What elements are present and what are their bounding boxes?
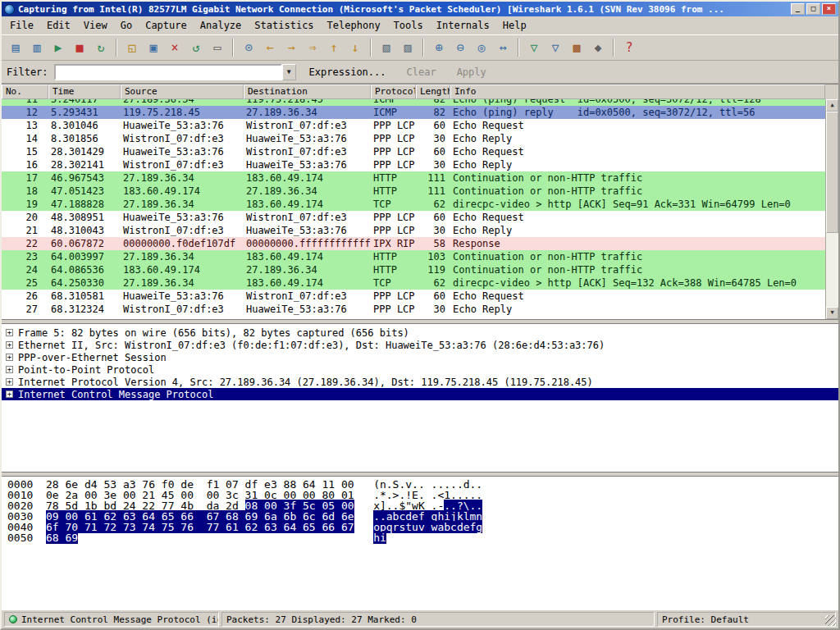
column-header-info[interactable]: Info — [450, 84, 825, 99]
capture-stop-button[interactable]: ■ — [69, 37, 90, 58]
filter-input[interactable] — [54, 64, 282, 80]
capture-options-button[interactable]: ▥ — [26, 37, 48, 58]
cell-src: 00000000.f0def107df — [121, 237, 244, 250]
filter-dropdown-button[interactable]: ▼ — [282, 64, 296, 80]
preferences-button[interactable]: ◆ — [587, 37, 609, 58]
detail-line[interactable]: +Ethernet II, Src: WistronI_07:df:e3 (f0… — [2, 339, 838, 351]
packet-row[interactable]: 2148.310043WistronI_07:df:e3HuaweiTe_53:… — [2, 224, 825, 237]
column-header-destination[interactable]: Destination — [244, 84, 371, 99]
expert-info-icon[interactable] — [9, 615, 17, 623]
hex-ascii-selected: hi — [373, 532, 386, 544]
find-packet-button[interactable]: ⊙ — [238, 37, 259, 58]
menu-file[interactable]: File — [3, 18, 40, 33]
menu-internals[interactable]: Internals — [430, 18, 496, 33]
minimize-button[interactable]: _ — [791, 3, 805, 15]
detail-line[interactable]: +Point-to-Point Protocol — [2, 363, 838, 376]
column-header-source[interactable]: Source — [121, 84, 244, 99]
zoom-in-button[interactable]: ⊕ — [428, 37, 450, 58]
go-forward-button[interactable]: → — [281, 37, 302, 58]
menu-telephony[interactable]: Telephony — [321, 18, 387, 33]
colorize-list-button[interactable]: ▧ — [376, 37, 397, 58]
go-to-packet-button[interactable]: ⇒ — [302, 37, 323, 58]
menu-statistics[interactable]: Statistics — [248, 18, 320, 33]
menu-help[interactable]: Help — [496, 18, 533, 33]
zoom-normal-button[interactable]: ◎ — [471, 37, 492, 58]
preferences-icon: ◆ — [594, 42, 601, 54]
packet-row[interactable]: 2768.312324WistronI_07:df:e3HuaweiTe_53:… — [2, 303, 825, 316]
clear-button[interactable]: Clear — [399, 65, 444, 80]
print-button[interactable]: ▭ — [207, 37, 228, 58]
packet-row[interactable]: 148.301856WistronI_07:df:e3HuaweiTe_53:a… — [2, 132, 825, 145]
cell-dst: HuaweiTe_53:a3:76 — [244, 224, 371, 237]
resize-columns-button[interactable]: ↔ — [492, 37, 514, 58]
detail-line[interactable]: +Internet Protocol Version 4, Src: 27.18… — [2, 376, 838, 388]
packet-row[interactable]: 1746.96754327.189.36.34183.60.49.174HTTP… — [2, 171, 825, 185]
column-header-protocol[interactable]: Protocol — [371, 84, 416, 99]
column-header-length[interactable]: Length — [416, 84, 450, 99]
capture-filter-button[interactable]: ▽ — [523, 37, 545, 58]
packet-row[interactable]: 1528.301429HuaweiTe_53:a3:76WistronI_07:… — [2, 145, 825, 158]
menu-tools[interactable]: Tools — [387, 18, 430, 33]
go-back-button[interactable]: ← — [259, 37, 281, 58]
apply-button[interactable]: Apply — [450, 65, 494, 80]
packet-row[interactable]: 2668.310581HuaweiTe_53:a3:76WistronI_07:… — [2, 290, 825, 303]
menu-go[interactable]: Go — [114, 18, 139, 33]
column-header-no[interactable]: No. — [2, 84, 48, 99]
packet-row[interactable]: 2464.086536183.60.49.17427.189.36.34HTTP… — [2, 263, 825, 276]
cell-proto: TCP — [371, 198, 416, 211]
go-first-button[interactable]: ↑ — [323, 37, 345, 58]
detail-line[interactable]: +Frame 5: 82 bytes on wire (656 bits), 8… — [2, 326, 838, 339]
packet-list-scrollbar[interactable]: ▲ ▼ — [825, 99, 838, 319]
detail-line[interactable]: +Internet Control Message Protocol — [2, 388, 838, 400]
cell-dst: 119.75.218.45 — [244, 99, 371, 106]
help-button[interactable]: ? — [619, 37, 640, 58]
packet-row[interactable]: 2564.25033027.189.36.34183.60.49.174TCP6… — [2, 276, 825, 290]
packet-row[interactable]: 138.301046HuaweiTe_53:a3:76WistronI_07:d… — [2, 119, 825, 132]
packet-row[interactable]: 115.24011727.189.36.34119.75.218.45ICMP8… — [2, 99, 825, 106]
hex-line[interactable]: 0050 68 69 hi — [7, 532, 838, 543]
expand-plus-icon[interactable]: + — [6, 390, 13, 398]
close-file-button[interactable]: × — [164, 37, 185, 58]
expand-plus-icon[interactable]: + — [6, 329, 13, 336]
main-toolbar: ▤▥▶■↻◱▣×↺▭⊙←→⇒↑↓▧▨⊕⊖◎↔▽▽▩◆? — [2, 34, 838, 61]
detail-line[interactable]: +PPP-over-Ethernet Session — [2, 351, 838, 363]
interface-list-button[interactable]: ▤ — [5, 37, 26, 58]
packet-row[interactable]: 1947.18882827.189.36.34183.60.49.174TCP6… — [2, 198, 825, 211]
packet-row[interactable]: 125.293431119.75.218.4527.189.36.34ICMP8… — [2, 106, 825, 119]
scrollbar-thumb[interactable] — [826, 112, 838, 233]
column-header-time[interactable]: Time — [48, 84, 121, 99]
expand-plus-icon[interactable]: + — [6, 354, 13, 361]
open-file-button[interactable]: ◱ — [121, 37, 143, 58]
zoom-out-button[interactable]: ⊖ — [450, 37, 471, 58]
expression-button[interactable]: Expression... — [302, 65, 394, 80]
resize-grip[interactable] — [825, 615, 836, 626]
packet-row[interactable]: 2048.308951HuaweiTe_53:a3:76WistronI_07:… — [2, 211, 825, 224]
menu-view[interactable]: View — [77, 18, 114, 33]
reload-button[interactable]: ↺ — [185, 37, 207, 58]
cell-proto: PPP LCP — [371, 145, 416, 158]
save-file-button[interactable]: ▣ — [143, 37, 164, 58]
status-profile: Profile: Default — [657, 612, 836, 627]
menu-analyze[interactable]: Analyze — [194, 18, 249, 33]
capture-start-button[interactable]: ▶ — [48, 37, 69, 58]
packet-row[interactable]: 1628.302141WistronI_07:df:e3HuaweiTe_53:… — [2, 158, 825, 171]
menu-edit[interactable]: Edit — [40, 18, 77, 33]
auto-scroll-button[interactable]: ▨ — [397, 37, 418, 58]
scroll-down-icon[interactable]: ▼ — [826, 307, 838, 319]
expand-plus-icon[interactable]: + — [6, 341, 13, 349]
cell-dst: HuaweiTe_53:a3:76 — [244, 132, 371, 145]
packet-row[interactable]: 2260.06787200000000.f0def107df00000000.f… — [2, 237, 825, 250]
capture-restart-button[interactable]: ↻ — [90, 37, 112, 58]
menu-capture[interactable]: Capture — [139, 18, 194, 33]
expand-plus-icon[interactable]: + — [6, 378, 13, 386]
scroll-up-icon[interactable]: ▲ — [826, 99, 838, 112]
expand-plus-icon[interactable]: + — [6, 366, 13, 373]
go-last-button[interactable]: ↓ — [345, 37, 366, 58]
title-bar: Capturing from Intel(R) 82577LM Gigabit … — [2, 2, 838, 16]
close-button[interactable]: × — [822, 3, 836, 15]
maximize-button[interactable]: □ — [806, 3, 820, 15]
coloring-rules-button[interactable]: ▩ — [566, 37, 587, 58]
packet-row[interactable]: 2364.00399727.189.36.34183.60.49.174HTTP… — [2, 250, 825, 263]
display-filter-button[interactable]: ▽ — [545, 37, 566, 58]
packet-row[interactable]: 1847.051423183.60.49.17427.189.36.34HTTP… — [2, 185, 825, 198]
